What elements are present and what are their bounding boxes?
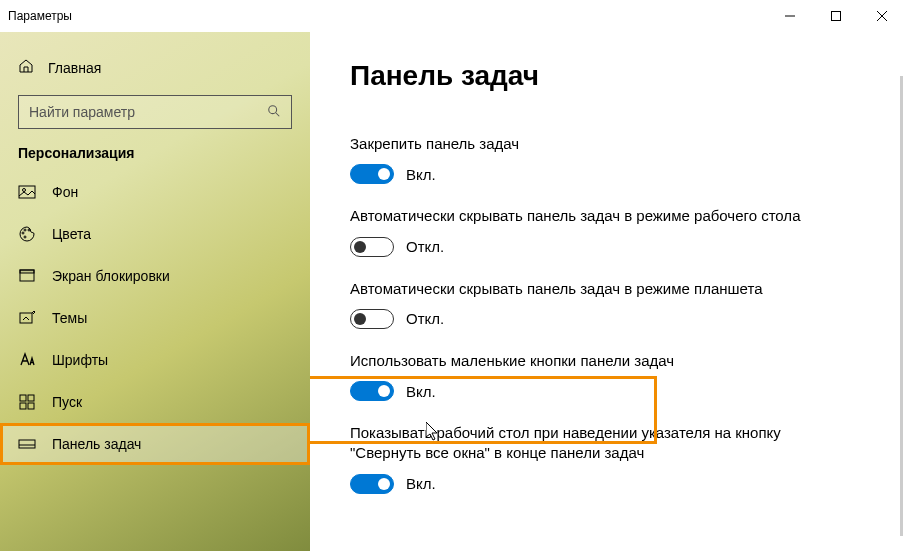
home-nav[interactable]: Главная bbox=[0, 48, 310, 87]
setting-peek-desktop: Показывать рабочий стол при наведении ук… bbox=[350, 423, 885, 494]
content-pane: Панель задач Закрепить панель задач Вкл.… bbox=[310, 32, 905, 551]
themes-icon bbox=[18, 309, 36, 327]
close-button[interactable] bbox=[859, 0, 905, 32]
setting-label: Автоматически скрывать панель задач в ре… bbox=[350, 279, 830, 299]
svg-point-7 bbox=[23, 189, 26, 192]
section-header: Персонализация bbox=[0, 145, 310, 171]
sidebar-item-lockscreen[interactable]: Экран блокировки bbox=[0, 255, 310, 297]
svg-point-4 bbox=[269, 105, 277, 113]
fonts-icon bbox=[18, 351, 36, 369]
toggle-state: Вкл. bbox=[406, 166, 436, 183]
sidebar-item-label: Темы bbox=[52, 310, 87, 326]
palette-icon bbox=[18, 225, 36, 243]
setting-lock-taskbar: Закрепить панель задач Вкл. bbox=[350, 134, 885, 184]
toggle-small-buttons[interactable] bbox=[350, 381, 394, 401]
svg-rect-16 bbox=[28, 395, 34, 401]
setting-label: Использовать маленькие кнопки панели зад… bbox=[350, 351, 830, 371]
minimize-button[interactable] bbox=[767, 0, 813, 32]
sidebar-item-label: Панель задач bbox=[52, 436, 141, 452]
home-icon bbox=[18, 58, 34, 77]
sidebar-item-colors[interactable]: Цвета bbox=[0, 213, 310, 255]
toggle-state: Вкл. bbox=[406, 475, 436, 492]
toggle-autohide-desktop[interactable] bbox=[350, 237, 394, 257]
sidebar-item-label: Экран блокировки bbox=[52, 268, 170, 284]
search-placeholder: Найти параметр bbox=[29, 104, 135, 120]
sidebar-item-fonts[interactable]: Шрифты bbox=[0, 339, 310, 381]
toggle-state: Откл. bbox=[406, 238, 444, 255]
page-title: Панель задач bbox=[350, 60, 885, 92]
sidebar-item-label: Шрифты bbox=[52, 352, 108, 368]
sidebar-item-background[interactable]: Фон bbox=[0, 171, 310, 213]
svg-rect-13 bbox=[20, 270, 34, 273]
svg-point-10 bbox=[28, 229, 30, 231]
setting-label: Показывать рабочий стол при наведении ук… bbox=[350, 423, 830, 464]
svg-rect-1 bbox=[832, 12, 841, 21]
svg-rect-15 bbox=[20, 395, 26, 401]
sidebar-item-themes[interactable]: Темы bbox=[0, 297, 310, 339]
svg-point-8 bbox=[22, 232, 24, 234]
sidebar-item-label: Цвета bbox=[52, 226, 91, 242]
scrollbar[interactable] bbox=[900, 76, 903, 536]
svg-rect-14 bbox=[20, 313, 32, 323]
toggle-lock-taskbar[interactable] bbox=[350, 164, 394, 184]
search-icon bbox=[267, 104, 281, 121]
picture-icon bbox=[18, 183, 36, 201]
setting-autohide-tablet: Автоматически скрывать панель задач в ре… bbox=[350, 279, 885, 329]
sidebar-item-start[interactable]: Пуск bbox=[0, 381, 310, 423]
setting-label: Закрепить панель задач bbox=[350, 134, 830, 154]
title-bar: Параметры bbox=[0, 0, 905, 32]
svg-point-11 bbox=[24, 236, 26, 238]
toggle-state: Вкл. bbox=[406, 383, 436, 400]
start-icon bbox=[18, 393, 36, 411]
svg-line-5 bbox=[276, 112, 280, 116]
sidebar-item-taskbar[interactable]: Панель задач bbox=[0, 423, 310, 465]
setting-small-buttons: Использовать маленькие кнопки панели зад… bbox=[350, 351, 885, 401]
toggle-state: Откл. bbox=[406, 310, 444, 327]
search-input[interactable]: Найти параметр bbox=[18, 95, 292, 129]
svg-point-9 bbox=[24, 229, 26, 231]
svg-rect-18 bbox=[28, 403, 34, 409]
sidebar-item-label: Пуск bbox=[52, 394, 82, 410]
toggle-peek-desktop[interactable] bbox=[350, 474, 394, 494]
svg-rect-19 bbox=[19, 440, 35, 448]
window-title: Параметры bbox=[8, 9, 72, 23]
maximize-button[interactable] bbox=[813, 0, 859, 32]
toggle-autohide-tablet[interactable] bbox=[350, 309, 394, 329]
home-label: Главная bbox=[48, 60, 101, 76]
sidebar-item-label: Фон bbox=[52, 184, 78, 200]
svg-rect-17 bbox=[20, 403, 26, 409]
setting-autohide-desktop: Автоматически скрывать панель задач в ре… bbox=[350, 206, 885, 256]
lockscreen-icon bbox=[18, 267, 36, 285]
sidebar: Главная Найти параметр Персонализация Фо… bbox=[0, 32, 310, 551]
taskbar-icon bbox=[18, 435, 36, 453]
setting-label: Автоматически скрывать панель задач в ре… bbox=[350, 206, 830, 226]
